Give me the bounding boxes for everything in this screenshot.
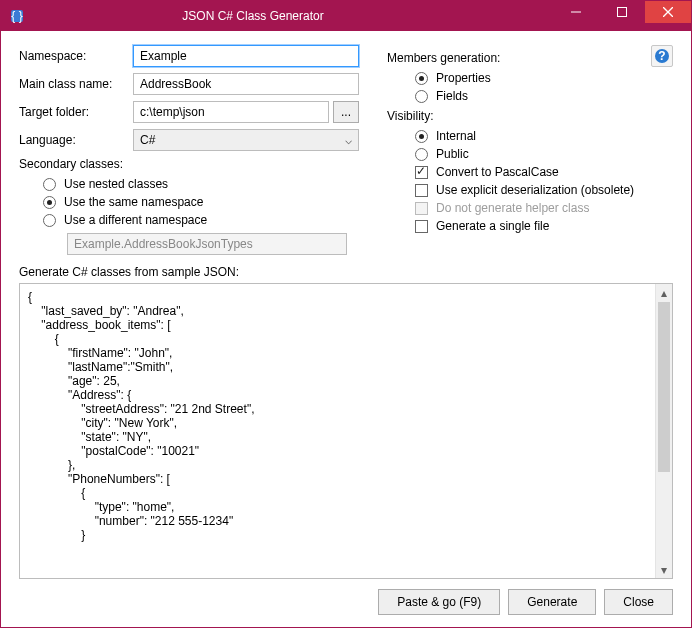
scroll-thumb[interactable] [658, 302, 670, 472]
svg-text:{ }: { } [11, 9, 22, 23]
window-title: JSON C# Class Generator [33, 9, 473, 23]
scrollbar[interactable]: ▴ ▾ [655, 284, 672, 578]
radio-internal[interactable] [415, 130, 428, 143]
scroll-up-icon[interactable]: ▴ [656, 284, 672, 301]
svg-rect-3 [618, 8, 627, 17]
generate-from-label: Generate C# classes from sample JSON: [19, 265, 673, 279]
check-explicit-deserialization[interactable] [415, 184, 428, 197]
target-folder-input[interactable] [133, 101, 329, 123]
svg-text:?: ? [658, 49, 665, 63]
check-explicit-deserialization-label: Use explicit deserialization (obsolete) [436, 183, 634, 197]
radio-diff-namespace-label: Use a different namespace [64, 213, 207, 227]
check-no-helper-label: Do not generate helper class [436, 201, 589, 215]
generate-button[interactable]: Generate [508, 589, 596, 615]
language-combo[interactable]: C# ⌵ [133, 129, 359, 151]
main-class-label: Main class name: [19, 77, 133, 91]
language-value: C# [140, 133, 155, 147]
secondary-classes-label: Secondary classes: [19, 157, 359, 171]
help-button[interactable]: ? [651, 45, 673, 67]
main-class-input[interactable] [133, 73, 359, 95]
app-icon: { } [9, 8, 25, 24]
radio-same-namespace[interactable] [43, 196, 56, 209]
radio-properties[interactable] [415, 72, 428, 85]
diff-namespace-input [67, 233, 347, 255]
window-buttons [553, 1, 691, 23]
check-pascalcase[interactable] [415, 166, 428, 179]
target-folder-label: Target folder: [19, 105, 133, 119]
app-window: { } JSON C# Class Generator Namespace: M… [0, 0, 692, 628]
paste-and-go-button[interactable]: Paste & go (F9) [378, 589, 500, 615]
radio-internal-label: Internal [436, 129, 476, 143]
titlebar[interactable]: { } JSON C# Class Generator [1, 1, 691, 31]
json-sample-textarea[interactable] [20, 284, 654, 578]
check-pascalcase-label: Convert to PascalCase [436, 165, 559, 179]
content-area: Namespace: Main class name: Target folde… [1, 31, 691, 627]
radio-fields[interactable] [415, 90, 428, 103]
radio-nested-classes-label: Use nested classes [64, 177, 168, 191]
check-single-file[interactable] [415, 220, 428, 233]
browse-button[interactable]: ... [333, 101, 359, 123]
radio-same-namespace-label: Use the same namespace [64, 195, 203, 209]
maximize-button[interactable] [599, 1, 645, 23]
visibility-label: Visibility: [387, 109, 673, 123]
radio-diff-namespace[interactable] [43, 214, 56, 227]
namespace-label: Namespace: [19, 49, 133, 63]
language-label: Language: [19, 133, 133, 147]
radio-public[interactable] [415, 148, 428, 161]
left-column: Namespace: Main class name: Target folde… [19, 45, 359, 255]
check-single-file-label: Generate a single file [436, 219, 549, 233]
radio-public-label: Public [436, 147, 469, 161]
close-window-button[interactable] [645, 1, 691, 23]
button-row: Paste & go (F9) Generate Close [19, 579, 673, 615]
radio-properties-label: Properties [436, 71, 491, 85]
check-no-helper [415, 202, 428, 215]
close-button[interactable]: Close [604, 589, 673, 615]
json-sample-box: ▴ ▾ [19, 283, 673, 579]
chevron-down-icon: ⌵ [345, 133, 352, 147]
minimize-button[interactable] [553, 1, 599, 23]
members-generation-label: Members generation: [387, 51, 673, 65]
radio-fields-label: Fields [436, 89, 468, 103]
radio-nested-classes[interactable] [43, 178, 56, 191]
scroll-down-icon[interactable]: ▾ [656, 561, 672, 578]
namespace-input[interactable] [133, 45, 359, 67]
right-column: ? Members generation: Properties Fields … [387, 45, 673, 255]
top-columns: Namespace: Main class name: Target folde… [19, 45, 673, 255]
